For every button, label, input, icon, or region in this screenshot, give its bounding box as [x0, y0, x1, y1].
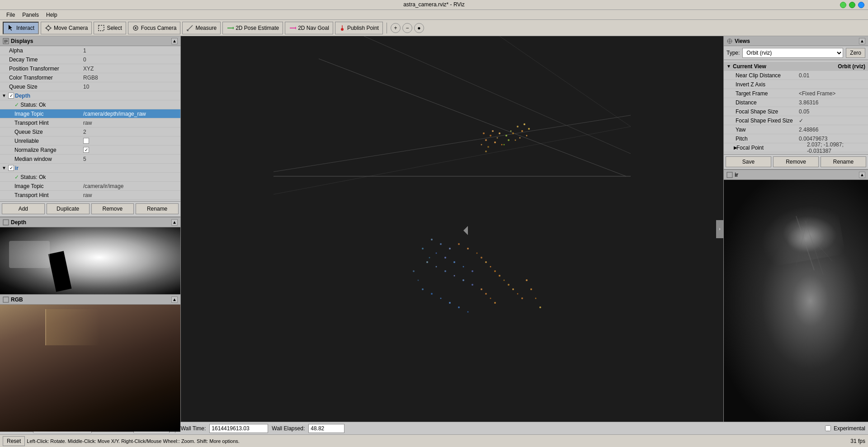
color-transformer-row: Color Transformer RGB8 [0, 73, 180, 82]
rgb-panel-close-btn[interactable]: ▲ [171, 296, 178, 303]
rgb-stair-detail [45, 309, 99, 345]
ir-transport-hint-row: Transport Hint raw [0, 191, 180, 200]
svg-point-95 [526, 279, 528, 281]
center-viewport[interactable]: › [181, 36, 723, 422]
svg-point-8 [135, 27, 137, 29]
image-topic-row[interactable]: Image Topic /camera/depth/image_raw [0, 109, 180, 118]
svg-point-72 [444, 270, 446, 272]
decay-time-label: Decay Time [2, 56, 83, 63]
svg-point-79 [517, 293, 519, 295]
ir-image-topic-value: /camera/ir/image [83, 183, 179, 189]
wall-time-input[interactable] [209, 424, 268, 433]
svg-marker-0 [9, 25, 12, 31]
current-view-header-row[interactable]: ▼ Current View Orbit (rviz) [724, 62, 868, 71]
views-close-btn[interactable]: ▲ [859, 38, 865, 44]
views-zero-btn[interactable]: Zero [846, 48, 865, 58]
focal-shape-fixed-size-value: ✓ [799, 118, 865, 124]
svg-point-86 [494, 302, 496, 304]
svg-line-104 [796, 216, 814, 270]
rename-button[interactable]: Rename [136, 203, 179, 214]
minus-button[interactable]: − [402, 23, 412, 33]
menu-help[interactable]: Help [42, 11, 61, 19]
svg-point-68 [494, 270, 496, 272]
focus-camera-button[interactable]: Focus Camera [128, 22, 181, 34]
depth-section-row[interactable]: ▼ Depth [0, 91, 180, 100]
experimental-checkbox[interactable] [825, 425, 831, 431]
unreliable-row-1: Unreliable [0, 136, 180, 146]
svg-point-49 [528, 128, 530, 130]
depth-panel-icon [3, 219, 9, 226]
remove-button[interactable]: Remove [91, 203, 134, 214]
duplicate-button[interactable]: Duplicate [47, 203, 90, 214]
reset-button[interactable]: Reset [3, 436, 25, 446]
ir-panel-close-btn[interactable]: ▲ [859, 172, 865, 178]
pose-estimate-button[interactable]: 2D Pose Estimate [222, 22, 283, 34]
nav-goal-button[interactable]: 2D Nav Goal [285, 22, 333, 34]
ir-section-row[interactable]: ▼ ir [0, 164, 180, 173]
svg-point-93 [458, 306, 460, 308]
svg-point-62 [458, 243, 460, 245]
views-rename-button[interactable]: Rename [821, 156, 866, 167]
measure-button[interactable]: Measure [182, 22, 221, 34]
indicator-dot-3 [858, 2, 864, 8]
svg-point-57 [436, 253, 437, 254]
views-type-select[interactable]: Orbit (rviz) [742, 48, 843, 58]
normalize-range-checkbox[interactable] [83, 147, 89, 153]
distance-value: 3.86316 [799, 99, 865, 106]
queue-size-row-1: Queue Size 10 [0, 82, 180, 91]
dot-button[interactable]: ● [414, 23, 424, 33]
alpha-row: Alpha 1 [0, 46, 180, 55]
views-remove-button[interactable]: Remove [773, 156, 819, 167]
target-frame-label: Target Frame [726, 90, 799, 97]
displays-close-button[interactable]: ▲ [171, 38, 178, 44]
select-button[interactable]: Select [94, 22, 126, 34]
views-type-label: Type: [726, 50, 740, 56]
ir-section-label: ir [15, 165, 19, 171]
viewport-collapse-right[interactable]: › [716, 220, 723, 238]
ir-expand-arrow: ▼ [2, 165, 7, 170]
views-panel-header: Views ▲ [724, 36, 868, 46]
svg-rect-103 [727, 172, 732, 178]
svg-point-82 [429, 257, 430, 259]
depth-checkbox[interactable] [8, 93, 14, 99]
ir-panel-header: ir ▲ [724, 170, 868, 180]
add-button[interactable]: Add [2, 203, 45, 214]
svg-point-56 [449, 248, 451, 249]
publish-point-button[interactable]: Publish Point [335, 22, 383, 34]
normalize-range-row: Normalize Range [0, 146, 180, 155]
nav-goal-icon [289, 24, 296, 32]
depth-panel-close-btn[interactable]: ▲ [171, 219, 178, 226]
interact-button[interactable]: Interact [3, 22, 39, 34]
wall-elapsed-input[interactable] [308, 424, 344, 433]
ir-transport-hint-label: Transport Hint [2, 192, 83, 198]
focal-shape-fixed-size-row: Focal Shape Fixed Size ✓ [724, 116, 868, 125]
unreliable-checkbox-1[interactable] [83, 138, 89, 144]
svg-point-37 [497, 137, 498, 139]
yaw-row: Yaw 2.48866 [724, 125, 868, 134]
svg-rect-19 [4, 40, 8, 41]
move-camera-button[interactable]: Move Camera [41, 22, 92, 34]
depth-status-row: ✓ Status: Ok [0, 100, 180, 109]
ir-status-row: ✓ Status: Ok [0, 173, 180, 182]
plus-button[interactable]: + [391, 23, 401, 33]
menu-bar: File Panels Help [0, 10, 868, 20]
cursor-icon [7, 24, 14, 32]
svg-rect-6 [99, 25, 104, 31]
depth-sub-panel: Depth ▲ [0, 217, 180, 294]
near-clip-value: 0.01 [799, 72, 865, 79]
invert-z-row: Invert Z Axis [724, 80, 868, 89]
menu-panels[interactable]: Panels [19, 11, 42, 19]
svg-point-74 [462, 279, 464, 281]
wall-time-label: Wall Time: [181, 425, 206, 432]
position-transformer-label: Position Transformer [2, 66, 83, 72]
views-save-button[interactable]: Save [726, 156, 771, 167]
svg-point-70 [426, 261, 428, 263]
svg-rect-20 [4, 41, 8, 42]
menu-file[interactable]: File [3, 11, 19, 19]
svg-point-63 [467, 248, 469, 249]
position-transformer-row: Position Transformer XYZ [0, 64, 180, 73]
experimental-area: Experimental [825, 425, 865, 432]
image-topic-value: /camera/depth/image_raw [83, 111, 179, 117]
ir-checkbox[interactable] [8, 165, 14, 171]
ir-image-topic-label: Image Topic [2, 183, 83, 189]
